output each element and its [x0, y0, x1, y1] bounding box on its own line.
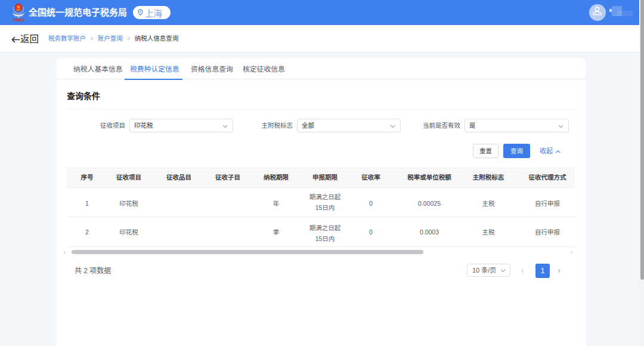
svg-text:中国税务: 中国税务 — [13, 18, 25, 22]
